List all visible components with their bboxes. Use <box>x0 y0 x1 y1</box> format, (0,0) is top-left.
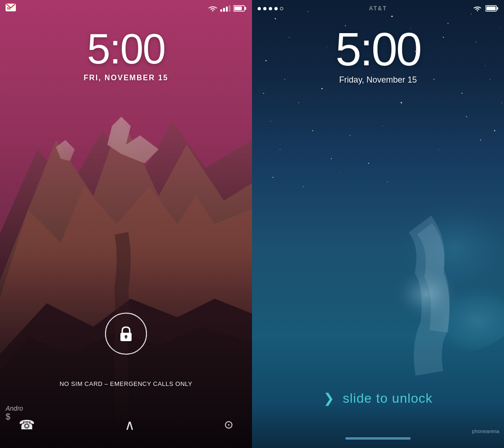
ios-home-bar[interactable] <box>345 437 411 440</box>
svg-point-21 <box>359 233 471 327</box>
svg-point-63 <box>438 149 439 149</box>
gmail-icon: M <box>6 2 16 13</box>
ios-status-right <box>473 5 498 12</box>
svg-rect-66 <box>486 7 496 10</box>
signal-dot-1 <box>258 7 261 10</box>
svg-point-47 <box>466 116 467 117</box>
svg-point-35 <box>322 88 323 90</box>
svg-point-48 <box>494 130 495 131</box>
signal-dot-3 <box>269 7 272 10</box>
svg-rect-13 <box>245 7 246 10</box>
svg-point-52 <box>340 172 341 173</box>
chevron-right-icon: ❯ <box>323 391 335 406</box>
signal-dot-5 <box>280 7 283 10</box>
ios-clock: 5:00 Friday, November 15 <box>252 26 504 85</box>
svg-rect-65 <box>497 7 498 10</box>
ios-signal-dots <box>258 7 283 10</box>
android-clock: 5:00 FRI, NOVEMBER 15 <box>0 28 252 82</box>
android-bottom-bar: ☎ ∧ ⊙ <box>0 401 252 448</box>
svg-point-44 <box>312 130 313 131</box>
android-lockscreen: M 5:00 <box>0 0 252 448</box>
svg-point-50 <box>331 158 332 159</box>
ios-status-bar: AT&T <box>252 0 504 17</box>
wifi-icon <box>208 5 217 12</box>
svg-point-45 <box>350 135 350 136</box>
ios-wifi-icon <box>473 5 482 12</box>
android-up-chevron-icon[interactable]: ∧ <box>125 417 135 433</box>
battery-icon <box>233 5 246 12</box>
signal-dot-4 <box>274 7 278 10</box>
svg-point-49 <box>280 149 280 149</box>
svg-rect-14 <box>234 7 242 10</box>
android-status-bar: M <box>0 0 252 17</box>
ios-unlock-text: ❯ slide to unlock <box>323 391 433 406</box>
ios-watermark: phonearena <box>472 428 499 434</box>
signal-bars-icon <box>220 5 231 12</box>
no-sim-text: NO SIM CARD – EMERGENCY CALLS ONLY <box>0 380 252 387</box>
svg-point-53 <box>303 186 304 187</box>
svg-point-38 <box>462 93 462 94</box>
svg-point-62 <box>480 140 481 140</box>
android-phone-icon[interactable]: ☎ <box>19 417 35 433</box>
svg-point-40 <box>298 102 299 103</box>
android-camera-icon[interactable]: ⊙ <box>224 418 233 431</box>
svg-point-28 <box>448 23 448 24</box>
ios-battery-icon <box>485 5 498 12</box>
android-date-display: FRI, NOVEMBER 15 <box>0 74 252 82</box>
svg-point-51 <box>368 163 369 164</box>
android-status-icons <box>208 5 246 12</box>
svg-point-55 <box>387 182 387 182</box>
ios-slide-to-unlock[interactable]: ❯ slide to unlock <box>252 391 504 406</box>
lock-icon <box>116 323 136 344</box>
svg-point-46 <box>382 126 383 126</box>
svg-point-22 <box>275 18 276 19</box>
svg-point-43 <box>270 121 271 121</box>
svg-point-54 <box>273 177 273 178</box>
android-lock-button[interactable] <box>105 313 147 355</box>
svg-point-61 <box>501 102 502 103</box>
signal-dot-2 <box>263 7 266 10</box>
svg-text:M: M <box>7 6 11 11</box>
android-time-display: 5:00 <box>0 28 252 70</box>
ios-carrier-label: AT&T <box>369 5 387 12</box>
ios-time-display: 5:00 <box>252 26 504 72</box>
svg-point-42 <box>401 102 402 104</box>
ios-date-display: Friday, November 15 <box>252 75 504 85</box>
svg-point-60 <box>263 93 264 94</box>
svg-rect-17 <box>126 336 127 339</box>
svg-point-41 <box>336 112 336 112</box>
ios-lockscreen: AT&T 5:00 Friday, November 15 ❯ slide to… <box>252 0 504 448</box>
